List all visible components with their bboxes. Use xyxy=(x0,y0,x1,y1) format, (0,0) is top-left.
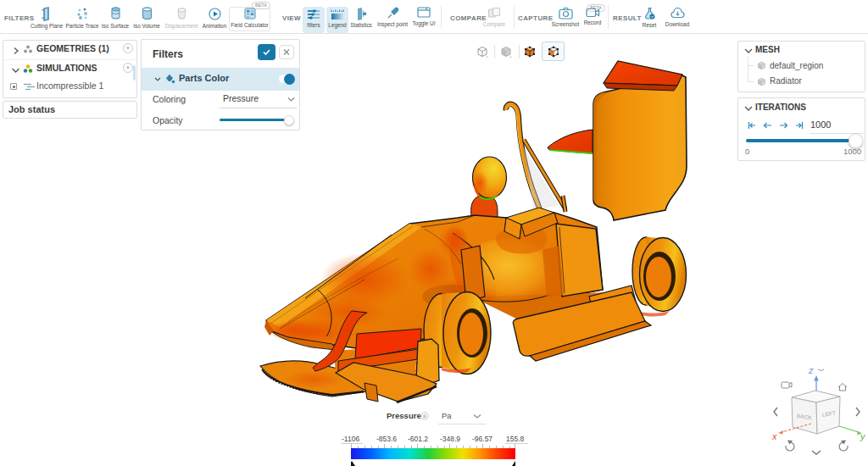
svg-text:x: x xyxy=(771,431,777,441)
svg-text:z: z xyxy=(808,365,814,375)
svg-text:y: y xyxy=(860,431,866,441)
